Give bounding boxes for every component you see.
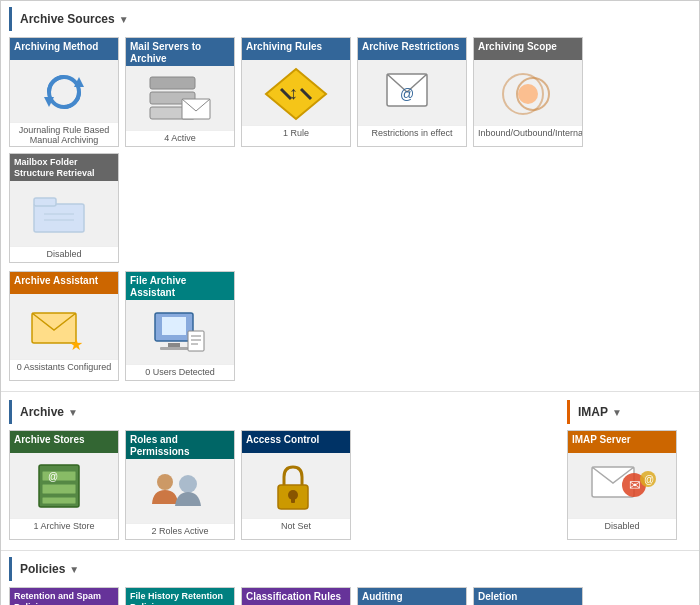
roles-permissions-status: 2 Roles Active <box>126 523 234 539</box>
archiving-rules-icon: ↕ <box>256 64 336 122</box>
archiving-rules-card[interactable]: Archiving Rules ↕ 1 Rule <box>241 37 351 147</box>
svg-point-14 <box>518 84 538 104</box>
mail-servers-title: Mail Servers to Archive <box>126 38 234 66</box>
mailbox-folder-title: Mailbox Folder Structure Retrieval <box>10 154 118 181</box>
mail-servers-card[interactable]: Mail Servers to Archive 4 Active <box>125 37 235 147</box>
archive-assistant-icon-area: ★ <box>10 294 118 359</box>
imap-server-card[interactable]: IMAP Server ✉ @ Disabled <box>567 430 677 540</box>
svg-rect-31 <box>42 484 76 494</box>
archive-col: Archive ▼ Archive Stores @ <box>1 394 559 548</box>
imap-server-icon: ✉ @ <box>582 457 662 515</box>
archiving-scope-status: Inbound/Outbound/Internal <box>474 125 582 141</box>
mailbox-folder-icon-area <box>10 181 118 246</box>
svg-rect-38 <box>291 495 295 503</box>
archiving-rules-icon-area: ↕ <box>242 60 350 125</box>
svg-rect-16 <box>34 198 56 206</box>
svg-rect-25 <box>188 331 204 351</box>
archiving-method-icon-area <box>10 60 118 122</box>
archive-restrictions-card[interactable]: Archive Restrictions @ Restrictions in e… <box>357 37 467 147</box>
file-history-card[interactable]: File History Retention Policies Not Set <box>125 587 235 605</box>
policies-chevron: ▼ <box>69 564 79 575</box>
archive-stores-icon-area: @ <box>10 453 118 518</box>
archiving-rules-status: 1 Rule <box>242 125 350 141</box>
archive-sources-label: Archive Sources <box>20 12 115 26</box>
roles-permissions-icon <box>140 462 220 520</box>
svg-text:@: @ <box>400 86 414 102</box>
svg-text:★: ★ <box>69 336 83 353</box>
archiving-scope-card[interactable]: Archiving Scope Inbound/Outbound/Interna… <box>473 37 583 147</box>
archive-assistant-card[interactable]: Archive Assistant ★ 0 Assistants Configu… <box>9 271 119 381</box>
archive-assistant-status: 0 Assistants Configured <box>10 359 118 375</box>
policies-cards: Retention and Spam Policies 1 Active Rul… <box>1 585 699 605</box>
access-control-card[interactable]: Access Control Not Set <box>241 430 351 540</box>
svg-point-35 <box>179 475 197 493</box>
archive-stores-icon: @ <box>24 457 104 515</box>
archive-stores-title: Archive Stores <box>10 431 118 453</box>
access-control-icon <box>256 457 336 515</box>
archiving-method-card[interactable]: Archiving Method Journaling Rule Based M… <box>9 37 119 147</box>
classification-rules-title: Classification Rules <box>242 588 350 605</box>
imap-cards: IMAP Server ✉ @ Disabled <box>559 428 699 548</box>
archiving-scope-title: Archiving Scope <box>474 38 582 60</box>
archive-sources-chevron: ▼ <box>119 14 129 25</box>
archive-restrictions-icon-area: @ <box>358 60 466 125</box>
archive-stores-status: 1 Archive Store <box>10 518 118 534</box>
roles-permissions-card[interactable]: Roles and Permissions 2 Roles Active <box>125 430 235 540</box>
file-archive-assistant-card[interactable]: File Archive Assistant 0 Users Detected <box>125 271 235 381</box>
svg-rect-23 <box>168 343 180 347</box>
svg-rect-15 <box>34 204 84 232</box>
roles-permissions-icon-area <box>126 459 234 523</box>
archiving-method-icon <box>24 62 104 120</box>
policies-header[interactable]: Policies ▼ <box>9 557 691 581</box>
divider-1 <box>1 391 699 392</box>
archive-label: Archive <box>20 405 64 419</box>
archiving-rules-title: Archiving Rules <box>242 38 350 60</box>
access-control-icon-area <box>242 453 350 518</box>
svg-text:↕: ↕ <box>289 83 298 103</box>
imap-header[interactable]: IMAP ▼ <box>567 400 691 424</box>
svg-point-34 <box>157 474 173 490</box>
access-control-status: Not Set <box>242 518 350 534</box>
archive-sources-cards: Archiving Method Journaling Rule Based M… <box>1 35 699 271</box>
archive-sources-row2-cards: Archive Assistant ★ 0 Assistants Configu… <box>1 271 699 389</box>
archive-header[interactable]: Archive ▼ <box>9 400 551 424</box>
archive-cards: Archive Stores @ 1 Archive Store <box>1 428 559 548</box>
mailbox-folder-status: Disabled <box>10 246 118 262</box>
file-history-title: File History Retention Policies <box>126 588 234 605</box>
policies-label: Policies <box>20 562 65 576</box>
mailbox-folder-card[interactable]: Mailbox Folder Structure Retrieval Disab… <box>9 153 119 263</box>
divider-2 <box>1 550 699 551</box>
archive-restrictions-title: Archive Restrictions <box>358 38 466 60</box>
roles-permissions-title: Roles and Permissions <box>126 431 234 459</box>
archive-restrictions-status: Restrictions in effect <box>358 125 466 141</box>
svg-rect-2 <box>150 77 195 89</box>
svg-rect-22 <box>162 317 186 335</box>
svg-rect-24 <box>160 347 188 350</box>
classification-rules-card[interactable]: Classification Rules Not Set <box>241 587 351 605</box>
archiving-method-title: Archiving Method <box>10 38 118 60</box>
file-archive-assistant-icon-area <box>126 300 234 364</box>
retention-spam-title: Retention and Spam Policies <box>10 588 118 605</box>
svg-rect-32 <box>42 497 76 504</box>
file-archive-assistant-status: 0 Users Detected <box>126 364 234 380</box>
archive-stores-card[interactable]: Archive Stores @ 1 Archive Store <box>9 430 119 540</box>
access-control-title: Access Control <box>242 431 350 453</box>
main-container: Archive Sources ▼ Archiving Method Journ… <box>0 0 700 605</box>
deletion-card[interactable]: Deletion Enabled (Soft Delete) <box>473 587 583 605</box>
archive-chevron: ▼ <box>68 407 78 418</box>
svg-text:@: @ <box>48 471 58 482</box>
archive-sources-header[interactable]: Archive Sources ▼ <box>9 7 691 31</box>
auditing-card[interactable]: Auditing ✓ ✓ Disabled <box>357 587 467 605</box>
deletion-title: Deletion <box>474 588 582 605</box>
imap-server-icon-area: ✉ @ <box>568 453 676 518</box>
archive-imap-row: Archive ▼ Archive Stores @ <box>1 394 699 548</box>
imap-server-title: IMAP Server <box>568 431 676 453</box>
retention-spam-card[interactable]: Retention and Spam Policies 1 Active Rul… <box>9 587 119 605</box>
archiving-scope-icon <box>488 64 568 122</box>
mail-servers-status: 4 Active <box>126 130 234 146</box>
file-archive-assistant-icon <box>140 303 220 361</box>
mailbox-folder-icon <box>24 184 104 242</box>
mail-servers-icon-area <box>126 66 234 130</box>
archive-assistant-title: Archive Assistant <box>10 272 118 294</box>
archiving-scope-icon-area <box>474 60 582 125</box>
